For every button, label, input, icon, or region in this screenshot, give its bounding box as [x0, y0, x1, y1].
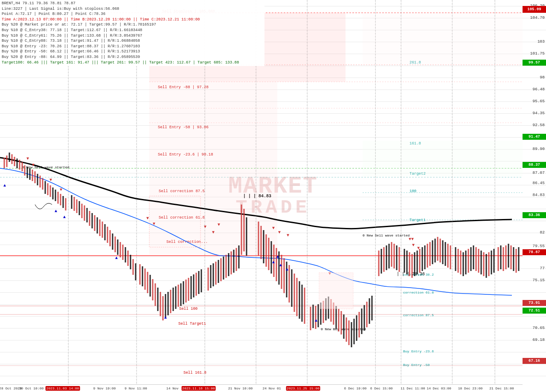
svg-text:▲: ▲ [164, 315, 167, 320]
svg-text:▼: ▼ [218, 222, 220, 227]
chart-container: ▼ ▼ ▼ ▼ ▼ ▼ ▼ ▼ ▼ ▼ ▼ ▼ ▼ ▼▼ ▼ ▼ ▲ ▲ ▲ ▲… [0, 0, 546, 392]
price-104: 104.70 [523, 14, 546, 21]
svg-text:▼: ▼ [412, 243, 415, 248]
svg-text:▼: ▼ [146, 216, 149, 221]
price-92: 92.58 [523, 122, 546, 129]
price-101: 101.75 [523, 50, 546, 57]
svg-text:▲: ▲ [115, 256, 118, 260]
svg-text:▼: ▼ [272, 226, 275, 231]
svg-text:▼: ▼ [204, 225, 206, 229]
svg-text:▲: ▲ [3, 183, 6, 188]
time-info: Time A:2023.12.13 07:00:00 || Time B:202… [2, 17, 263, 23]
price-91-47-box: 91.47 [523, 134, 546, 140]
svg-text:▲: ▲ [315, 318, 317, 323]
price-82: 82 [523, 229, 546, 236]
price-73-91-box: 73.91 [523, 300, 546, 306]
svg-text:▼: ▼ [49, 178, 52, 182]
price-89: 89.90 [523, 146, 546, 153]
price-67-16-box: 67.16 [523, 358, 546, 364]
points-info: Point A:72.17 | Point B:80.27 | Point C:… [2, 12, 263, 17]
time-axis: 28 Oct 2023 30 Oct 10:00 2023.11.03 14:0… [0, 384, 523, 392]
price-83-36-box: 83.36 [523, 212, 546, 218]
buy-c61: Buy %10 @ C_Entry61: 75.26 || Target:133… [2, 33, 263, 39]
svg-text:▼: ▼ [26, 156, 29, 161]
price-86: 86.45 [523, 180, 546, 187]
time-label-6: 2023.11.16 15:00 [181, 386, 216, 391]
svg-text:▲: ▲ [55, 209, 57, 213]
svg-rect-15 [363, 13, 523, 65]
svg-text:▼: ▼ [153, 222, 155, 226]
price-87: 87.07 [523, 170, 546, 176]
svg-text:▼: ▼ [32, 163, 35, 167]
time-label-1: 30 Oct 10:00 [19, 386, 44, 390]
svg-text:▲: ▲ [276, 254, 279, 259]
buy-c88: Buy %10 @ C_Entry88: 73.18 || Target:91.… [2, 38, 263, 44]
time-label-0: 28 Oct 2023 [0, 386, 22, 390]
price-88-37-box: 88.37 [523, 162, 546, 168]
svg-text:▲: ▲ [286, 267, 288, 272]
time-label-9: 2023.11.25 15:00 [286, 386, 320, 391]
time-label-7: 21 Nov 10:00 [228, 386, 253, 390]
price-70: 70.65 [523, 325, 546, 331]
price-75: 75.15 [523, 277, 546, 284]
buy-market: Buy %20 @ Market price or at: 72.17 | Ta… [2, 22, 263, 28]
buy-entry88: Buy %20 @ Entry -88: 64.99 || Target:83.… [2, 55, 263, 60]
price-99-57-box: 99.57 [523, 60, 546, 66]
line-info: Line:3227 | Last Signal is:Buy with stop… [2, 6, 263, 12]
price-72-51-box: 72.51 [523, 308, 546, 314]
time-label-4: 9 Nov 11:00 [125, 386, 147, 390]
buy-entry50: Buy %20 @ Entry -50: 68.12 || Target:66.… [2, 49, 263, 55]
time-label-11: 6 Dec 15:00 [370, 386, 393, 390]
price-78-87-box: 78.87 [523, 249, 546, 255]
price-105: 105.09 [523, 6, 546, 13]
symbol-title: BRENT,H4 79.11 79.36 78.81 78.87 [2, 1, 263, 6]
svg-rect-16 [363, 141, 523, 176]
price-96: 96.48 [523, 86, 546, 93]
time-label-13: 14 Dec 03:00 [427, 386, 451, 390]
svg-text:▲: ▲ [63, 215, 66, 219]
price-77: 77 [523, 265, 546, 272]
svg-text:▼: ▼ [212, 230, 215, 235]
buy-entry23: Buy %10 @ Entry -23: 70.26 || Target:88.… [2, 44, 263, 49]
svg-text:▼▼: ▼▼ [409, 237, 414, 242]
svg-text:▼: ▼ [287, 233, 289, 238]
target-line: Target100: 66.46 ||| Target 161: 91.47 |… [2, 60, 263, 66]
time-label-5: 14 Nov [166, 386, 179, 390]
svg-text:▼: ▼ [417, 246, 420, 251]
price-94: 94.35 [523, 110, 546, 117]
price-103: 103 [523, 38, 546, 45]
time-label-12: 11 Dec 11:00 [401, 386, 425, 390]
svg-text:▼: ▼ [278, 230, 281, 235]
time-label-8: 24 Nov 01 [262, 386, 281, 390]
time-label-14: 18 Dec 23:00 [458, 386, 483, 390]
svg-text:▼: ▼ [60, 187, 62, 192]
svg-text:▲: ▲ [272, 260, 275, 265]
svg-text:▲: ▲ [279, 263, 282, 268]
time-label-3: 9 Nov 19:00 [93, 386, 116, 390]
time-label-2: 2023.11.03 14:00 [46, 386, 80, 391]
price-95: 95.65 [523, 98, 546, 105]
chart-info-panel: BRENT,H4 79.11 79.36 78.81 78.87 Line:32… [0, 0, 264, 66]
price-79-55: 79.55 [523, 243, 546, 250]
price-69: 69.18 [523, 337, 546, 343]
time-label-15: 21 Dec 15:00 [489, 386, 514, 390]
price-98: 98 [523, 74, 546, 81]
price-85: 84.83 [523, 192, 546, 199]
svg-rect-242 [319, 273, 353, 309]
time-label-10: 6 Dec 19:00 [344, 386, 367, 390]
buy-c38: Buy %10 @ C_Entry38: 77.18 || Target:112… [2, 28, 263, 33]
